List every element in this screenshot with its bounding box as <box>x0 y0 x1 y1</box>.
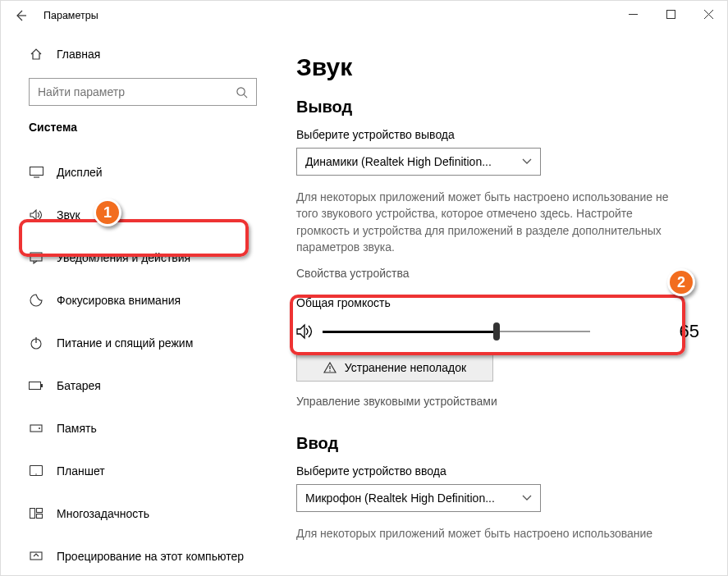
sidebar-item-sound[interactable]: Звук <box>1 199 263 231</box>
focus-icon <box>29 294 43 307</box>
sound-icon <box>29 208 43 222</box>
volume-slider[interactable] <box>323 323 590 340</box>
power-icon <box>29 336 43 350</box>
page-title: Звук <box>296 53 703 81</box>
warning-icon <box>323 362 337 373</box>
storage-icon <box>29 422 43 435</box>
sidebar-item-notifications[interactable]: Уведомления и действия <box>1 242 263 273</box>
svg-rect-11 <box>30 509 35 519</box>
svg-point-10 <box>35 473 36 474</box>
sidebar-item-multitask[interactable]: Многозадачность <box>1 498 263 529</box>
sidebar-item-label: Многозадачность <box>57 507 149 520</box>
sidebar: Главная Система Дисплей Звук Уведомления… <box>1 30 263 575</box>
minimize-button[interactable] <box>614 1 652 27</box>
sidebar-section: Система <box>1 121 263 134</box>
sidebar-item-battery[interactable]: Батарея <box>1 370 263 401</box>
window-title: Параметры <box>43 10 98 21</box>
multitask-icon <box>29 508 43 519</box>
chevron-down-icon <box>522 495 532 501</box>
sidebar-item-label: Питание и спящий режим <box>57 336 193 350</box>
sidebar-item-projecting[interactable]: Проецирование на этот компьютер <box>1 541 263 572</box>
troubleshoot-label: Устранение неполадок <box>345 361 466 374</box>
sidebar-item-label: Батарея <box>57 379 101 392</box>
svg-point-1 <box>237 87 245 94</box>
input-description: Для некоторых приложений может быть наст… <box>296 525 674 542</box>
svg-rect-6 <box>41 384 43 387</box>
sidebar-home-label: Главная <box>57 48 100 61</box>
maximize-button[interactable] <box>652 1 689 27</box>
output-device-dropdown[interactable]: Динамики (Realtek High Definition... <box>296 148 541 176</box>
svg-rect-2 <box>30 167 43 176</box>
volume-block: Общая громкость 65 <box>296 291 703 350</box>
sidebar-item-label: Звук <box>57 208 80 222</box>
sidebar-item-display[interactable]: Дисплей <box>1 157 263 188</box>
sidebar-item-label: Фокусировка внимания <box>57 294 181 307</box>
device-properties-link[interactable]: Свойства устройства <box>296 267 703 280</box>
svg-rect-0 <box>666 10 675 18</box>
output-description: Для некоторых приложений может быть наст… <box>296 189 674 255</box>
search-icon <box>236 86 248 98</box>
svg-rect-12 <box>37 509 43 513</box>
volume-label: Общая громкость <box>296 296 703 309</box>
sidebar-home[interactable]: Главная <box>1 39 263 70</box>
svg-point-8 <box>39 427 40 429</box>
sidebar-item-label: Дисплей <box>57 166 103 179</box>
sidebar-item-label: Проецирование на этот компьютер <box>57 550 244 563</box>
svg-rect-3 <box>30 253 42 261</box>
output-choose-label: Выберите устройство вывода <box>296 128 703 141</box>
svg-point-15 <box>329 370 331 372</box>
main-content: Звук Вывод Выберите устройство вывода Ди… <box>263 30 727 575</box>
svg-rect-13 <box>37 514 43 519</box>
battery-icon <box>29 381 43 391</box>
input-heading: Ввод <box>296 434 703 453</box>
sidebar-item-label: Уведомления и действия <box>57 251 190 264</box>
input-choose-label: Выберите устройство ввода <box>296 464 703 478</box>
tablet-icon <box>29 465 43 477</box>
output-device-value: Динамики (Realtek High Definition... <box>305 155 492 168</box>
output-heading: Вывод <box>296 98 703 117</box>
troubleshoot-button[interactable]: Устранение неполадок <box>296 354 493 382</box>
display-icon <box>29 167 43 178</box>
sidebar-item-storage[interactable]: Память <box>1 413 263 444</box>
search-input[interactable] <box>29 78 257 106</box>
sidebar-item-tablet[interactable]: Планшет <box>1 455 263 487</box>
svg-rect-5 <box>30 382 41 390</box>
notifications-icon <box>29 251 43 264</box>
volume-icon[interactable] <box>296 323 316 340</box>
sidebar-item-label: Память <box>57 422 97 435</box>
sidebar-item-label: Планшет <box>57 464 105 478</box>
projecting-icon <box>29 550 43 563</box>
volume-value: 65 <box>680 321 703 342</box>
slider-thumb[interactable] <box>493 322 500 341</box>
chevron-down-icon <box>522 158 532 165</box>
input-device-value: Микрофон (Realtek High Definition... <box>305 491 495 505</box>
back-button[interactable] <box>12 7 29 24</box>
sidebar-item-focus[interactable]: Фокусировка внимания <box>1 285 263 316</box>
search-field[interactable] <box>38 85 236 98</box>
input-device-dropdown[interactable]: Микрофон (Realtek High Definition... <box>296 484 541 512</box>
home-icon <box>29 48 43 61</box>
close-button[interactable] <box>689 1 727 27</box>
sidebar-item-power[interactable]: Питание и спящий режим <box>1 327 263 359</box>
manage-devices-link[interactable]: Управление звуковыми устройствами <box>296 395 703 408</box>
window-controls <box>614 1 727 27</box>
